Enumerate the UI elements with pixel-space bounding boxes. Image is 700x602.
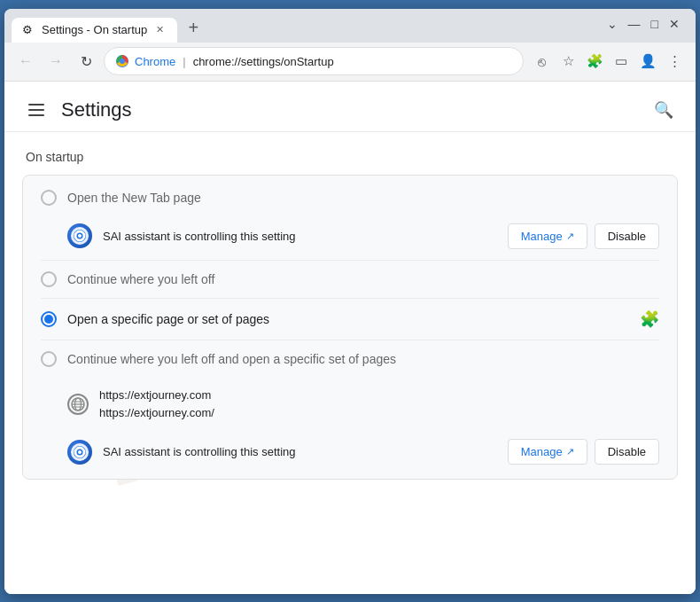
url-globe-icon: [67, 394, 89, 415]
settings-header-left: Settings: [22, 96, 132, 124]
tab-favicon: ⚙: [22, 23, 36, 37]
back-button[interactable]: ←: [13, 49, 38, 74]
disable-button-bottom[interactable]: Disable: [595, 439, 659, 465]
radio-new-tab[interactable]: [41, 190, 57, 206]
maximize-button[interactable]: □: [651, 18, 658, 30]
radio-continue[interactable]: [41, 271, 57, 287]
option-label-continue-specific: Continue where you left off and open a s…: [67, 352, 659, 366]
section-label: On startup: [22, 150, 678, 164]
sai-icon-bottom: [67, 440, 92, 465]
svg-point-5: [78, 234, 82, 238]
puzzle-icon[interactable]: 🧩: [640, 309, 659, 329]
ext-text-bottom: SAI assistant is controlling this settin…: [103, 445, 497, 458]
globe-svg: [71, 397, 85, 411]
restore-button[interactable]: ⌄: [607, 18, 618, 30]
ext-buttons-bottom: Manage ↗ Disable: [508, 439, 659, 465]
sai-icon-top: [67, 223, 92, 248]
option-label-new-tab: Open the New Tab page: [67, 191, 659, 205]
browser-window: ⚙ Settings - On startup ✕ + ⌄ — □ ✕ ← → …: [4, 9, 696, 594]
manage-label-bottom: Manage: [521, 445, 563, 458]
ham-line-3: [28, 114, 44, 116]
menu-button[interactable]: ⋮: [662, 49, 687, 74]
ext-text-top: SAI assistant is controlling this settin…: [103, 230, 497, 243]
forward-button[interactable]: →: [43, 49, 68, 74]
manage-icon-bottom: ↗: [566, 446, 574, 457]
option-label-continue: Continue where you left off: [67, 272, 659, 286]
manage-icon-top: ↗: [566, 231, 574, 242]
address-separator: |: [183, 55, 185, 68]
settings-search-button[interactable]: 🔍: [649, 96, 678, 124]
content-area: PC.COM Settings 🔍 On startup Open: [4, 82, 696, 594]
address-bar[interactable]: Chrome | chrome://settings/onStartup: [104, 47, 524, 75]
url-row: https://extjourney.com https://extjourne…: [23, 378, 677, 433]
sai-svg-top: [71, 227, 89, 245]
extension-row-bottom: SAI assistant is controlling this settin…: [23, 432, 677, 475]
option-label-specific: Open a specific page or set of pages: [67, 312, 629, 326]
disable-button-top[interactable]: Disable: [595, 223, 659, 249]
svg-point-13: [78, 450, 82, 454]
svg-point-4: [75, 231, 84, 240]
option-row-continue-specific: Continue where you left off and open a s…: [23, 340, 677, 378]
url-1: https://extjourney.com: [99, 387, 214, 405]
profile-button[interactable]: 👤: [635, 49, 660, 74]
sai-svg-bottom: [71, 443, 89, 461]
url-2: https://extjourney.com/: [99, 404, 214, 423]
options-card: Open the New Tab page SAI assistant is c…: [22, 175, 678, 481]
settings-content: On startup Open the New Tab page: [4, 132, 696, 498]
sidebar-button[interactable]: ▭: [609, 49, 634, 74]
radio-continue-specific[interactable]: [41, 351, 57, 367]
url-text: https://extjourney.com https://extjourne…: [99, 387, 214, 424]
title-bar: ⚙ Settings - On startup ✕ + ⌄ — □ ✕: [4, 9, 696, 43]
ham-line-1: [28, 104, 44, 106]
ext-buttons-top: Manage ↗ Disable: [508, 223, 659, 249]
nav-bar: ← → ↻ Chrome | chrome://settings/onStart…: [4, 43, 696, 82]
option-row-new-tab: Open the New Tab page: [23, 179, 677, 216]
address-url: chrome://settings/onStartup: [193, 55, 512, 68]
minimize-button[interactable]: —: [628, 18, 641, 30]
hamburger-menu-button[interactable]: [22, 96, 51, 124]
reload-button[interactable]: ↻: [74, 49, 98, 74]
tab-close-button[interactable]: ✕: [152, 23, 167, 37]
extension-row-top: SAI assistant is controlling this settin…: [23, 216, 677, 260]
extensions-button[interactable]: 🧩: [582, 49, 607, 74]
nav-actions: ⎋ ☆ 🧩 ▭ 👤 ⋮: [529, 49, 687, 74]
address-favicon: [115, 54, 129, 68]
ham-line-2: [28, 109, 44, 111]
svg-point-3: [72, 228, 88, 244]
svg-point-11: [72, 444, 88, 460]
window-controls: ⌄ — □ ✕: [607, 18, 680, 30]
tab-strip: ⚙ Settings - On startup ✕ +: [12, 16, 688, 43]
bookmark-button[interactable]: ☆: [556, 49, 580, 74]
close-button[interactable]: ✕: [669, 18, 680, 30]
option-row-specific: Open a specific page or set of pages 🧩: [23, 299, 677, 340]
new-tab-button[interactable]: +: [181, 16, 206, 41]
share-button[interactable]: ⎋: [529, 49, 554, 74]
svg-point-12: [75, 448, 84, 457]
radio-specific[interactable]: [41, 311, 57, 327]
manage-button-top[interactable]: Manage ↗: [508, 223, 587, 249]
settings-title: Settings: [61, 98, 132, 121]
settings-header: Settings 🔍: [4, 82, 696, 132]
active-tab[interactable]: ⚙ Settings - On startup ✕: [12, 18, 177, 43]
tab-title: Settings - On startup: [42, 23, 147, 36]
address-source: Chrome: [135, 55, 175, 68]
manage-button-bottom[interactable]: Manage ↗: [508, 439, 587, 465]
option-row-continue: Continue where you left off: [23, 261, 677, 298]
manage-label-top: Manage: [521, 230, 563, 243]
svg-point-2: [120, 59, 125, 64]
